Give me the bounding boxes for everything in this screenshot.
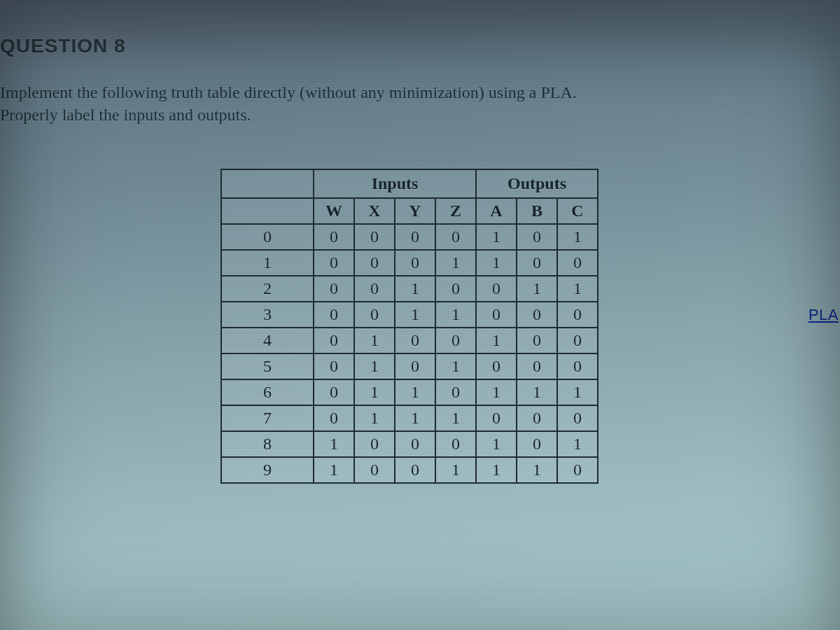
row-index: 5 bbox=[221, 354, 314, 379]
table-cell: 0 bbox=[395, 250, 435, 276]
table-cell: 1 bbox=[517, 379, 557, 405]
table-cell: 1 bbox=[476, 224, 517, 250]
table-cell: 0 bbox=[314, 302, 354, 328]
table-cell: 0 bbox=[435, 224, 476, 250]
table-row: 60110111 bbox=[221, 379, 598, 405]
table-cell: 0 bbox=[354, 431, 395, 457]
table-cell: 0 bbox=[395, 457, 435, 483]
outputs-group-header: Outputs bbox=[476, 169, 598, 198]
truth-table-container: Inputs Outputs W X Y Z A B C bbox=[0, 169, 819, 484]
inputs-group-header: Inputs bbox=[314, 169, 476, 198]
table-cell: 0 bbox=[354, 276, 395, 302]
table-cell: 1 bbox=[354, 379, 395, 405]
table-cell: 0 bbox=[314, 224, 354, 250]
table-cell: 0 bbox=[557, 457, 598, 483]
table-cell: 0 bbox=[517, 405, 557, 431]
table-cell: 0 bbox=[314, 405, 354, 431]
table-cell: 1 bbox=[476, 431, 517, 457]
table-cell: 1 bbox=[517, 276, 557, 302]
table-cell: 0 bbox=[354, 250, 395, 276]
table-cell: 0 bbox=[517, 328, 557, 354]
table-cell: 0 bbox=[314, 379, 354, 405]
table-cell: 0 bbox=[435, 328, 476, 354]
table-cell: 1 bbox=[395, 405, 435, 431]
table-cell: 0 bbox=[557, 354, 598, 379]
table-cell: 0 bbox=[476, 354, 517, 379]
table-cell: 0 bbox=[354, 224, 395, 250]
col-header-W: W bbox=[314, 198, 354, 224]
table-cell: 1 bbox=[354, 354, 395, 379]
table-cell: 1 bbox=[435, 354, 476, 379]
table-cell: 1 bbox=[395, 276, 435, 302]
table-cell: 0 bbox=[517, 354, 557, 379]
table-cell: 0 bbox=[517, 431, 557, 457]
table-cell: 1 bbox=[476, 457, 517, 483]
table-cell: 0 bbox=[354, 302, 395, 328]
question-heading: QUESTION 8 bbox=[0, 35, 819, 57]
row-index: 8 bbox=[221, 431, 314, 457]
table-cell: 0 bbox=[557, 250, 598, 276]
table-cell: 0 bbox=[517, 302, 557, 328]
table-cell: 0 bbox=[435, 431, 476, 457]
table-cell: 0 bbox=[395, 431, 435, 457]
table-cell: 1 bbox=[354, 405, 395, 431]
table-cell: 0 bbox=[476, 276, 517, 302]
table-cell: 0 bbox=[314, 276, 354, 302]
row-index: 0 bbox=[221, 224, 314, 250]
table-row: 30011000 bbox=[221, 302, 598, 328]
table-row: 00000101 bbox=[221, 224, 598, 250]
row-index: 4 bbox=[221, 328, 314, 354]
table-cell: 0 bbox=[557, 328, 598, 354]
table-column-header-row: W X Y Z A B C bbox=[221, 198, 598, 224]
col-header-Y: Y bbox=[395, 198, 435, 224]
table-cell: 1 bbox=[395, 379, 435, 405]
table-cell: 1 bbox=[517, 457, 557, 483]
table-cell: 1 bbox=[557, 224, 598, 250]
row-index: 7 bbox=[221, 405, 314, 431]
table-cell: 1 bbox=[435, 302, 476, 328]
side-link-pla[interactable]: PLA bbox=[808, 306, 840, 324]
table-group-header-row: Inputs Outputs bbox=[221, 169, 598, 198]
table-cell: 0 bbox=[435, 379, 476, 405]
table-cell: 1 bbox=[557, 431, 598, 457]
table-cell: 0 bbox=[314, 250, 354, 276]
question-sheet: QUESTION 8 Implement the following truth… bbox=[0, 21, 840, 512]
table-cell: 1 bbox=[557, 276, 598, 302]
table-cell: 0 bbox=[517, 224, 557, 250]
table-cell: 0 bbox=[517, 250, 557, 276]
table-cell: 0 bbox=[395, 224, 435, 250]
index-column-header-blank bbox=[221, 198, 314, 224]
table-cell: 1 bbox=[435, 250, 476, 276]
row-index: 2 bbox=[221, 276, 314, 302]
row-index: 6 bbox=[221, 379, 314, 405]
table-cell: 0 bbox=[314, 354, 354, 379]
truth-table-body: 0000010110001100200100113001100040100100… bbox=[221, 224, 598, 483]
col-header-B: B bbox=[517, 198, 557, 224]
col-header-Z: Z bbox=[435, 198, 476, 224]
col-header-A: A bbox=[476, 198, 517, 224]
table-cell: 1 bbox=[476, 379, 517, 405]
row-index: 1 bbox=[221, 250, 314, 276]
table-cell: 1 bbox=[435, 457, 476, 483]
col-header-C: C bbox=[557, 198, 598, 224]
screenshot-surface: QUESTION 8 Implement the following truth… bbox=[0, 0, 840, 630]
table-cell: 0 bbox=[354, 457, 395, 483]
table-row: 10001100 bbox=[221, 250, 598, 276]
table-cell: 0 bbox=[314, 328, 354, 354]
table-cell: 1 bbox=[395, 302, 435, 328]
table-cell: 1 bbox=[476, 328, 517, 354]
table-cell: 0 bbox=[395, 354, 435, 379]
table-cell: 1 bbox=[435, 405, 476, 431]
table-cell: 1 bbox=[314, 431, 354, 457]
col-header-X: X bbox=[354, 198, 395, 224]
table-row: 70111000 bbox=[221, 405, 598, 431]
table-cell: 1 bbox=[314, 457, 354, 483]
table-cell: 1 bbox=[476, 250, 517, 276]
table-row: 40100100 bbox=[221, 328, 598, 354]
table-cell: 0 bbox=[435, 276, 476, 302]
question-prompt: Implement the following truth table dire… bbox=[0, 81, 770, 127]
row-index: 3 bbox=[221, 302, 314, 328]
table-cell: 0 bbox=[557, 302, 598, 328]
row-index: 9 bbox=[221, 457, 314, 483]
table-cell: 1 bbox=[557, 379, 598, 405]
